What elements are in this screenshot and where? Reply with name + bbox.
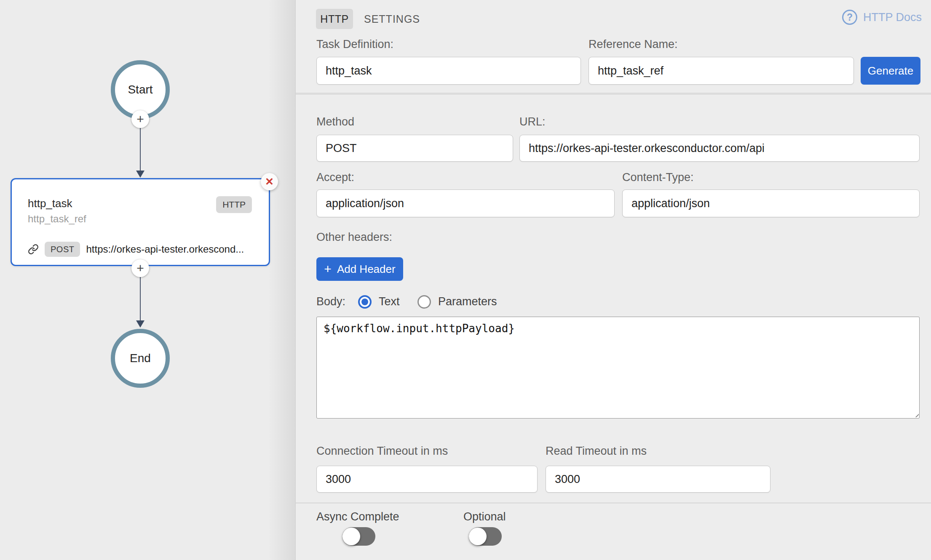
body-text-radio-label[interactable]: Text (379, 295, 400, 308)
end-node[interactable]: End (111, 329, 170, 388)
connection-timeout-input[interactable] (316, 466, 538, 493)
body-label: Body: (316, 295, 345, 308)
plus-icon: + (136, 262, 144, 275)
toggle-knob (469, 528, 487, 545)
task-node-name: http_task (28, 197, 72, 210)
method-input[interactable] (316, 135, 513, 162)
async-complete-label: Async Complete (316, 510, 399, 523)
add-task-after-http-task-button[interactable]: + (131, 259, 149, 277)
add-task-after-start-button[interactable]: + (131, 110, 149, 128)
task-node-reference: http_task_ref (28, 213, 86, 225)
edge-task-to-end (140, 277, 141, 321)
arrowhead-icon (136, 171, 144, 178)
tab-settings[interactable]: SETTINGS (360, 9, 424, 29)
other-headers-label: Other headers: (316, 231, 392, 244)
task-definition-input[interactable] (316, 57, 581, 85)
task-node-url-row: POST https://orkes-api-tester.orkescond.… (28, 241, 264, 258)
close-icon: ✕ (265, 176, 274, 188)
toggle-knob (342, 528, 360, 545)
read-timeout-input[interactable] (546, 466, 770, 493)
start-node-label: Start (128, 83, 152, 96)
help-icon: ? (842, 10, 857, 25)
plus-icon: + (324, 262, 332, 276)
content-type-label: Content-Type: (622, 171, 694, 184)
reference-name-input[interactable] (589, 57, 854, 85)
body-parameters-radio[interactable] (417, 295, 431, 309)
http-task-node[interactable]: http_task http_task_ref HTTP POST https:… (11, 178, 270, 266)
body-text-radio[interactable] (358, 295, 372, 309)
http-docs-link[interactable]: ? HTTP Docs (842, 9, 922, 26)
method-label: Method (316, 115, 354, 128)
task-type-badge: HTTP (216, 196, 252, 213)
link-icon (28, 244, 39, 255)
panel-edge-shadow (268, 0, 295, 560)
workflow-diagram-panel: Start + http_task http_task_ref HTTP POS… (0, 0, 296, 560)
url-input[interactable] (519, 135, 920, 162)
task-url-preview: https://orkes-api-tester.orkescond... (86, 243, 244, 255)
generate-button[interactable]: Generate (861, 57, 920, 85)
add-header-label: Add Header (337, 263, 396, 276)
url-label: URL: (519, 115, 546, 128)
http-docs-label: HTTP Docs (863, 11, 922, 24)
end-node-label: End (130, 352, 151, 365)
add-header-button[interactable]: + Add Header (316, 257, 403, 281)
content-type-input[interactable] (622, 189, 920, 217)
body-textarea[interactable] (316, 317, 920, 419)
tab-http[interactable]: HTTP (316, 9, 353, 29)
async-complete-toggle[interactable] (342, 527, 375, 546)
body-parameters-radio-label[interactable]: Parameters (438, 295, 497, 308)
optional-toggle[interactable] (469, 527, 502, 546)
task-config-panel: HTTP SETTINGS ? HTTP Docs Task Definitio… (296, 0, 931, 560)
accept-label: Accept: (316, 171, 354, 184)
connection-timeout-label: Connection Timeout in ms (316, 445, 448, 458)
edge-start-to-task (140, 128, 141, 171)
optional-label: Optional (463, 510, 506, 523)
arrowhead-icon (136, 320, 144, 328)
task-definition-label: Task Definition: (316, 38, 393, 51)
section-divider (296, 93, 931, 95)
read-timeout-label: Read Timeout in ms (546, 445, 647, 458)
delete-task-button[interactable]: ✕ (261, 173, 278, 190)
reference-name-label: Reference Name: (589, 38, 678, 51)
task-method-badge: POST (45, 242, 80, 257)
plus-icon: + (136, 113, 144, 125)
section-divider (296, 502, 931, 504)
accept-input[interactable] (316, 189, 615, 217)
